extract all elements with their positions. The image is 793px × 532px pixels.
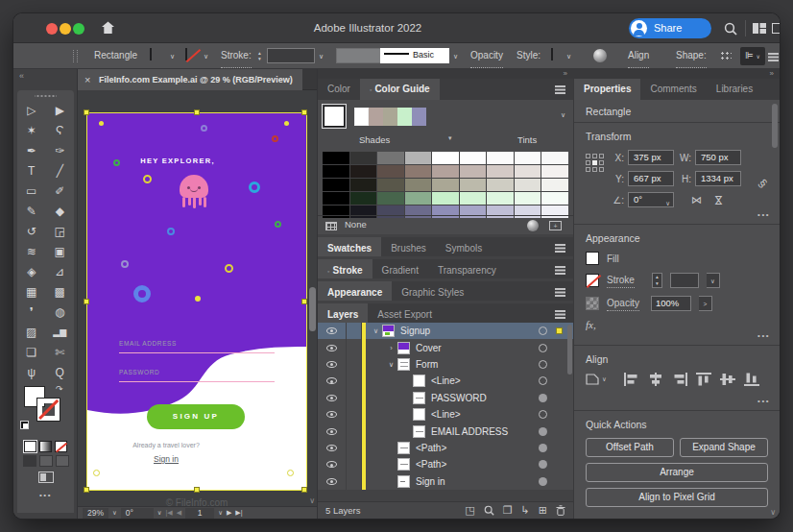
control-bar-menu-icon[interactable] (768, 53, 779, 55)
color-variation-swatch[interactable] (515, 179, 541, 191)
reference-point-locator[interactable] (586, 154, 604, 172)
color-variation-swatch[interactable] (515, 152, 541, 164)
visibility-eye-icon[interactable] (318, 373, 347, 389)
stroke-panel-link[interactable]: Stroke (607, 274, 635, 288)
selection-handle[interactable] (194, 109, 200, 115)
y-field[interactable]: 667 px (628, 171, 674, 186)
target-icon[interactable] (539, 427, 547, 436)
canvas-scrollbar[interactable] (309, 287, 316, 331)
save-color-group-icon[interactable]: + (549, 221, 562, 230)
draw-inside-button[interactable] (56, 455, 69, 467)
color-variation-swatch[interactable] (460, 179, 487, 191)
arrange-documents-icon[interactable] (753, 23, 766, 34)
color-variation-swatch[interactable] (487, 165, 514, 178)
stroke-swatch[interactable] (586, 274, 599, 287)
target-icon[interactable] (539, 326, 547, 335)
color-variation-swatch[interactable] (460, 192, 487, 205)
tab-properties[interactable]: Properties (574, 79, 640, 100)
opacity-swatch[interactable] (586, 297, 599, 310)
stroke-weight-field[interactable] (267, 48, 315, 63)
align-right-icon[interactable] (672, 373, 687, 386)
color-variation-swatch[interactable] (323, 152, 349, 164)
selection-handle[interactable] (301, 299, 307, 304)
color-variation-swatch[interactable] (405, 165, 432, 178)
zoom-window-button[interactable] (73, 23, 84, 35)
appearance-menu-icon[interactable] (555, 288, 565, 290)
harmony-swatch[interactable] (369, 108, 383, 126)
canvas[interactable]: HEY EXPLORER, EMAIL ADDRESS PASSWORD (78, 90, 317, 506)
selection-handle[interactable] (84, 109, 89, 115)
style-dropdown-icon[interactable]: ∨ (566, 53, 571, 60)
stroke-link[interactable]: Stroke: (221, 43, 252, 68)
stroke-menu-icon[interactable] (555, 266, 565, 268)
collapse-middle-dock-icon[interactable]: » (318, 69, 573, 79)
rotation-value[interactable]: 0° (121, 508, 154, 519)
color-variation-swatch[interactable] (541, 192, 568, 205)
color-variation-swatch[interactable] (432, 192, 459, 205)
zoom-level[interactable]: 29% (83, 508, 108, 519)
transform-grid-icon[interactable] (720, 51, 732, 61)
close-document-icon[interactable]: × (84, 69, 90, 90)
layer-row-line[interactable]: <Line> (318, 406, 573, 423)
target-icon[interactable] (539, 477, 547, 486)
lock-column[interactable] (347, 373, 362, 389)
flip-vertical-icon[interactable]: ⋈ (712, 195, 725, 206)
minimize-window-button[interactable] (60, 23, 71, 35)
shape-builder-tool[interactable]: ◈ (17, 261, 46, 281)
color-variation-swatch[interactable] (432, 152, 459, 164)
tools-drag-handle[interactable] (35, 90, 57, 100)
visibility-eye-icon[interactable] (318, 440, 347, 456)
free-transform-tool[interactable]: ▣ (46, 241, 75, 261)
lock-column[interactable] (347, 440, 362, 456)
color-variation-swatch[interactable] (323, 192, 349, 205)
expand-shape-button[interactable]: Expand Shape (680, 438, 768, 457)
pen-tool[interactable]: ✒ (17, 140, 46, 160)
selection-handle[interactable] (301, 109, 307, 115)
color-variation-swatch[interactable] (377, 152, 404, 164)
offset-path-button[interactable]: Offset Path (586, 438, 674, 457)
document-tab[interactable]: × FileInfo.com Example.ai @ 29 % (RGB/Pr… (78, 69, 302, 90)
target-icon[interactable] (539, 360, 547, 369)
type-tool[interactable]: T (17, 160, 46, 181)
variation-dropdown-icon[interactable]: ▾ (448, 134, 452, 142)
stroke-weight-stepper[interactable]: ▴▾ (652, 273, 662, 288)
recolor-artwork-icon[interactable] (593, 49, 607, 62)
selection-tool[interactable]: ▶ (46, 100, 75, 120)
align-to-pixel-grid-button[interactable]: Align to Pixel Grid (586, 488, 768, 507)
color-button[interactable] (24, 441, 36, 452)
tab-gradient[interactable]: Gradient (372, 259, 428, 278)
layer-row-line[interactable]: <Line> (318, 373, 573, 389)
lock-column[interactable] (347, 356, 362, 373)
color-variation-swatch[interactable] (350, 179, 377, 191)
make-mask-icon[interactable]: ❐ (503, 504, 513, 517)
align-bottom-icon[interactable] (744, 373, 759, 386)
line-segment-tool[interactable]: ╱ (46, 160, 75, 181)
lock-column[interactable] (347, 390, 362, 406)
search-icon[interactable] (724, 22, 737, 36)
harmony-swatch[interactable] (354, 108, 369, 126)
color-variation-swatch[interactable] (432, 165, 459, 178)
color-variation-swatch[interactable] (405, 179, 432, 191)
tab-layers[interactable]: Layers (318, 303, 368, 323)
mesh-tool[interactable]: ▦ (17, 281, 46, 302)
align-to-dropdown[interactable]: ∨ (586, 374, 607, 385)
effects-button[interactable]: fx, (586, 319, 768, 330)
home-icon[interactable] (101, 21, 115, 35)
target-icon[interactable] (539, 394, 547, 402)
lasso-tool[interactable]: Ϛ (46, 120, 75, 140)
rotation-dropdown-icon[interactable]: ∨ (157, 509, 162, 517)
x-field[interactable]: 375 px (628, 150, 674, 165)
color-variation-swatch[interactable] (350, 192, 377, 205)
next-artboard-icon[interactable]: ▶ (227, 509, 231, 517)
locate-object-icon[interactable] (484, 505, 494, 516)
color-variation-swatch[interactable] (405, 152, 432, 164)
artboard-dropdown-icon[interactable]: ∨ (218, 509, 223, 517)
opacity-panel-link[interactable]: Opacity (607, 297, 639, 311)
target-icon[interactable] (539, 444, 547, 452)
stroke-weight-value[interactable] (670, 273, 699, 288)
artboard[interactable]: HEY EXPLORER, EMAIL ADDRESS PASSWORD (87, 113, 306, 490)
workspace-switcher-icon[interactable] (772, 23, 780, 34)
tab-symbols[interactable]: Symbols (436, 237, 492, 256)
color-variation-swatch[interactable] (377, 165, 404, 178)
tab-stroke[interactable]: ◦Stroke (318, 259, 372, 278)
